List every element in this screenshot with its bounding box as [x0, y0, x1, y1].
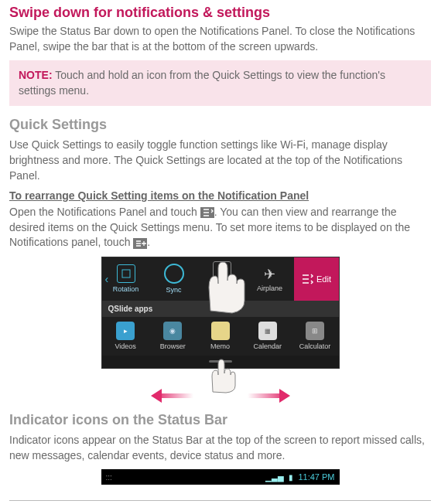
arrow-right-icon: [248, 390, 297, 401]
heading-quick-settings: Quick Settings: [9, 117, 431, 133]
heading-swipe: Swipe down for notifications & settings: [9, 5, 431, 21]
add-icon: [133, 238, 147, 249]
edit-icon: [200, 207, 214, 218]
para-swipe: Swipe the Status Bar down to open the No…: [9, 24, 431, 54]
qslide-header: QSlide apps: [102, 301, 339, 317]
app-label: Browser: [160, 342, 186, 350]
qs-power-saver: Power saver: [198, 257, 246, 301]
qs-sync: Sync: [150, 257, 198, 301]
panel-screenshot: ‹ Rotation Sync Power saver ✈ Airplane: [101, 257, 340, 369]
calendar-icon: ▦: [258, 322, 277, 340]
qs-label: Sync: [166, 286, 181, 294]
svg-rect-2: [122, 270, 130, 278]
rotation-icon: [117, 264, 135, 283]
note-box: NOTE: Touch and hold an icon from the Qu…: [9, 60, 431, 106]
videos-icon: ▸: [116, 322, 135, 340]
status-bar-time: 11:47 PM: [298, 472, 334, 482]
para-quick-settings: Use Quick Settings to easily toggle func…: [9, 138, 431, 183]
app-label: Videos: [115, 342, 135, 350]
app-label: Memo: [210, 342, 230, 350]
para-indicator: Indicator icons appear on the Status Bar…: [9, 433, 431, 463]
app-label: Calendar: [253, 342, 282, 350]
qs-edit-button-highlight: Edit: [294, 257, 339, 301]
browser-icon: ◉: [163, 322, 182, 340]
arrow-left-icon: [144, 390, 193, 401]
status-bar-left: :::: [106, 473, 262, 482]
signal-icon: ▁▃▅: [265, 473, 284, 482]
app-memo: Memo: [197, 317, 244, 356]
calculator-icon: ⊞: [306, 322, 324, 340]
heading-indicator: Indicator icons on the Status Bar: [9, 412, 431, 428]
text-fragment: .: [147, 236, 150, 248]
subhead-rearrange: To rearrange Quick Setting items on the …: [9, 189, 431, 202]
app-browser: ◉Browser: [149, 317, 197, 356]
manual-page: Swipe down for notifications & settings …: [0, 0, 448, 504]
memo-icon: [211, 322, 230, 340]
text-fragment: Open the Notifications Panel and touch: [9, 206, 200, 218]
note-body: Touch and hold an icon from the Quick Se…: [19, 69, 385, 97]
figure-status-bar: ::: ▁▃▅ ▮ 11:47 PM: [101, 469, 340, 485]
edit-list-icon: [301, 273, 313, 285]
note-label: NOTE:: [19, 69, 53, 81]
sync-icon: [164, 264, 184, 284]
page-footer: 23: [9, 500, 431, 504]
app-calculator: ⊞Calculator: [291, 317, 338, 356]
para-rearrange: Open the Notifications Panel and touch .…: [9, 205, 431, 250]
airplane-icon: ✈: [264, 266, 275, 283]
power-saver-icon: [213, 261, 231, 280]
qs-label: Rotation: [113, 285, 139, 293]
qs-label: Power saver: [212, 282, 232, 296]
qs-rotation: Rotation: [102, 257, 150, 301]
app-videos: ▸Videos: [102, 317, 149, 356]
app-label: Calculator: [299, 342, 331, 350]
qs-label: Airplane: [257, 284, 282, 292]
edit-label: Edit: [316, 274, 331, 284]
figure-notifications-panel: ‹ Rotation Sync Power saver ✈ Airplane: [101, 257, 340, 401]
hand-gesture-icon: [201, 355, 240, 393]
battery-icon: ▮: [289, 473, 293, 482]
quick-settings-row: Rotation Sync Power saver ✈ Airplane Edi…: [102, 257, 339, 301]
qslide-apps-row: ▸Videos ◉Browser Memo ▦Calendar ⊞Calcula…: [102, 317, 339, 356]
qs-airplane: ✈ Airplane: [246, 257, 294, 301]
app-calendar: ▦Calendar: [244, 317, 291, 356]
